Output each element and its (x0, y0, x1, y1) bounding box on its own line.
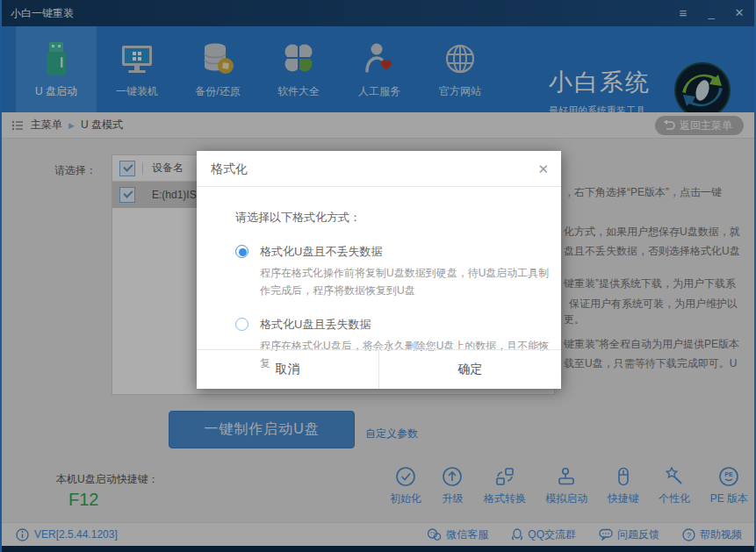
format-option-keep-data[interactable]: 格式化U盘且不丢失数据 程序在格式化操作前将复制U盘数据到硬盘，待U盘启动工具制… (235, 244, 561, 299)
app-window: 小白一键重装 ≡ _ ✕ U 盘启动 (0, 0, 756, 552)
format-dialog: 格式化 ✕ 请选择以下格式化方式： 格式化U盘且不丢失数据 程序在格式化操作前将… (197, 151, 561, 389)
option-description: 程序在格式化操作前将复制U盘数据到硬盘，待U盘启动工具制作完成后，程序将数据恢复… (260, 264, 553, 299)
dialog-close-icon[interactable]: ✕ (537, 151, 549, 187)
dialog-header: 格式化 ✕ (197, 151, 561, 187)
dialog-prompt: 请选择以下格式化方式： (235, 210, 561, 226)
dialog-body: 请选择以下格式化方式： 格式化U盘且不丢失数据 程序在格式化操作前将复制U盘数据… (197, 187, 561, 372)
option-label: 格式化U盘且丢失数据 (260, 317, 553, 332)
option-label: 格式化U盘且不丢失数据 (260, 244, 553, 259)
ok-button[interactable]: 确定 (378, 350, 561, 389)
dialog-footer: 取消 确定 (197, 349, 561, 389)
radio-selected-icon[interactable] (235, 245, 248, 258)
cancel-button[interactable]: 取消 (197, 350, 378, 389)
radio-unselected-icon[interactable] (235, 318, 248, 331)
dialog-title: 格式化 (211, 151, 248, 187)
